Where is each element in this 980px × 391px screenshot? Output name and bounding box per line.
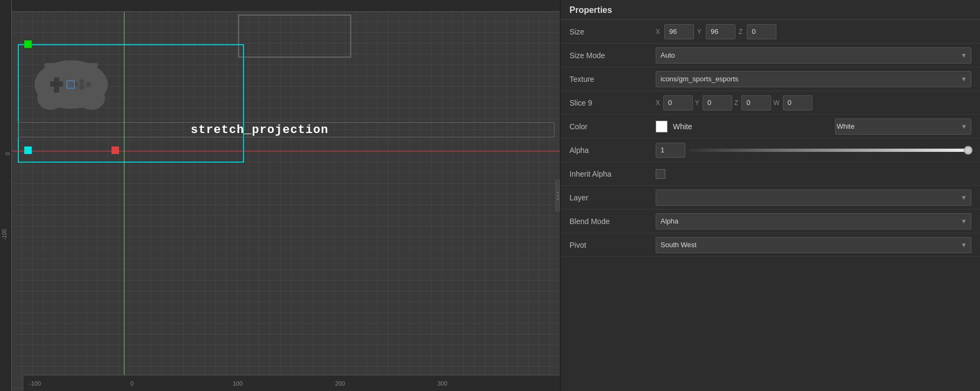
- size-mode-dropdown-wrapper: Auto Manual Stretch ▼: [656, 47, 971, 64]
- size-x-input[interactable]: [664, 24, 694, 39]
- texture-dropdown-wrapper: icons/gm_sports_esports ▼: [656, 71, 971, 87]
- pivot-select[interactable]: South West Center North East North South…: [656, 237, 971, 253]
- slice9-w-input[interactable]: [783, 95, 812, 110]
- properties-panel: Properties Size X Y Z Size Mode Auto Man…: [560, 0, 980, 391]
- slice9-x-input[interactable]: [663, 95, 693, 110]
- color-text: White: [673, 122, 692, 131]
- prop-label-alpha: Alpha: [569, 146, 656, 155]
- prop-value-pivot: South West Center North East North South…: [656, 237, 971, 253]
- size-z-input[interactable]: [747, 24, 776, 39]
- canvas-content: stretch_projection +: [12, 12, 560, 391]
- prop-row-blend-mode: Blend Mode Alpha Add Multiply Screen ▼: [561, 210, 980, 233]
- ruler-mark-200: 200: [335, 380, 345, 387]
- ruler-mark-300: 300: [437, 380, 447, 387]
- canvas-area[interactable]: 0 -100 stretch_projection: [0, 0, 560, 391]
- stretch-projection-box: stretch_projection: [18, 122, 554, 137]
- panel-title: Properties: [561, 0, 980, 20]
- prop-row-size: Size X Y Z: [561, 20, 980, 44]
- color-swatch[interactable]: [656, 121, 668, 132]
- rect-outline: [238, 15, 351, 58]
- prop-label-size-mode: Size Mode: [569, 51, 656, 60]
- split-dot-2: [557, 195, 559, 197]
- handle-red[interactable]: [112, 146, 119, 154]
- prop-label-slice9: Slice 9: [569, 99, 656, 107]
- prop-label-layer: Layer: [569, 193, 656, 202]
- size-y-label: Y: [697, 28, 701, 36]
- prop-value-size: X Y Z: [656, 24, 971, 39]
- ruler-top: [0, 0, 560, 12]
- size-mode-select[interactable]: Auto Manual Stretch: [656, 47, 971, 64]
- svg-point-8: [79, 85, 85, 90]
- prop-row-texture: Texture icons/gm_sports_esports ▼: [561, 67, 980, 91]
- prop-label-size: Size: [569, 27, 656, 36]
- prop-label-inherit-alpha: Inherit Alpha: [569, 170, 656, 178]
- ruler-mark-0: 0: [130, 380, 134, 387]
- svg-point-1: [37, 86, 64, 110]
- prop-value-layer: ▼: [656, 190, 971, 206]
- ruler-left-mark-100: -100: [1, 229, 7, 240]
- prop-value-size-mode: Auto Manual Stretch ▼: [656, 47, 971, 64]
- size-x-label: X: [656, 28, 660, 36]
- color-dropdown-wrapper: White ▼: [835, 118, 971, 135]
- prop-label-color: Color: [569, 122, 656, 131]
- split-dot-1: [557, 192, 559, 193]
- handle-green[interactable]: [24, 40, 32, 48]
- ruler-left-mark-0: 0: [5, 152, 11, 156]
- svg-point-7: [86, 82, 91, 87]
- prop-value-inherit-alpha: [656, 169, 971, 179]
- prop-label-texture: Texture: [569, 75, 656, 83]
- inherit-alpha-checkbox[interactable]: [656, 169, 665, 179]
- svg-rect-12: [78, 63, 98, 67]
- slice9-y-input[interactable]: [703, 95, 732, 110]
- ruler-mark-100: 100: [233, 380, 242, 387]
- alpha-input[interactable]: [656, 143, 685, 158]
- svg-rect-11: [44, 63, 65, 67]
- prop-row-alpha: Alpha: [561, 138, 980, 162]
- blend-mode-dropdown-wrapper: Alpha Add Multiply Screen ▼: [656, 213, 971, 229]
- prop-value-blend-mode: Alpha Add Multiply Screen ▼: [656, 213, 971, 229]
- stretch-label: stretch_projection: [191, 123, 329, 137]
- prop-value-slice9: X Y Z W: [656, 95, 971, 110]
- split-dot-3: [557, 198, 559, 200]
- svg-text:+: +: [53, 79, 59, 89]
- prop-row-inherit-alpha: Inherit Alpha: [561, 162, 980, 186]
- controller-sprite[interactable]: +: [28, 44, 114, 116]
- ruler-bottom: -100 0 100 200 300: [24, 375, 560, 391]
- slice9-z-label: Z: [734, 99, 738, 107]
- prop-row-pivot: Pivot South West Center North East North…: [561, 233, 980, 257]
- svg-point-6: [79, 79, 85, 85]
- prop-value-alpha: [656, 143, 971, 158]
- prop-value-color: White White ▼: [656, 118, 971, 135]
- prop-row-color: Color White White ▼: [561, 115, 980, 138]
- color-select[interactable]: White: [835, 118, 971, 135]
- slice9-z-input[interactable]: [741, 95, 771, 110]
- slice9-x-label: X: [656, 99, 660, 107]
- slice9-w-label: W: [773, 99, 779, 107]
- handle-cyan[interactable]: [24, 146, 32, 154]
- prop-label-pivot: Pivot: [569, 241, 656, 249]
- axis-horizontal: [12, 151, 560, 151]
- prop-row-size-mode: Size Mode Auto Manual Stretch ▼: [561, 44, 980, 67]
- alpha-slider-track[interactable]: [690, 149, 971, 152]
- controller-svg: +: [28, 44, 114, 114]
- prop-row-slice9: Slice 9 X Y Z W: [561, 91, 980, 115]
- alpha-slider-thumb[interactable]: [964, 146, 972, 155]
- prop-value-texture: icons/gm_sports_esports ▼: [656, 71, 971, 87]
- ruler-left: 0 -100: [0, 0, 12, 391]
- split-handle[interactable]: [555, 179, 560, 212]
- prop-row-layer: Layer ▼: [561, 186, 980, 210]
- axis-vertical: [124, 12, 124, 391]
- texture-select[interactable]: icons/gm_sports_esports: [656, 71, 971, 87]
- layer-select[interactable]: [656, 190, 971, 206]
- prop-label-blend-mode: Blend Mode: [569, 217, 656, 226]
- layer-dropdown-wrapper: ▼: [656, 190, 971, 206]
- slice9-y-label: Y: [695, 99, 699, 107]
- ruler-mark-neg100: -100: [29, 380, 41, 387]
- size-z-label: Z: [739, 28, 742, 36]
- svg-point-9: [73, 82, 78, 87]
- blend-mode-select[interactable]: Alpha Add Multiply Screen: [656, 213, 971, 229]
- size-y-input[interactable]: [706, 24, 735, 39]
- pivot-dropdown-wrapper: South West Center North East North South…: [656, 237, 971, 253]
